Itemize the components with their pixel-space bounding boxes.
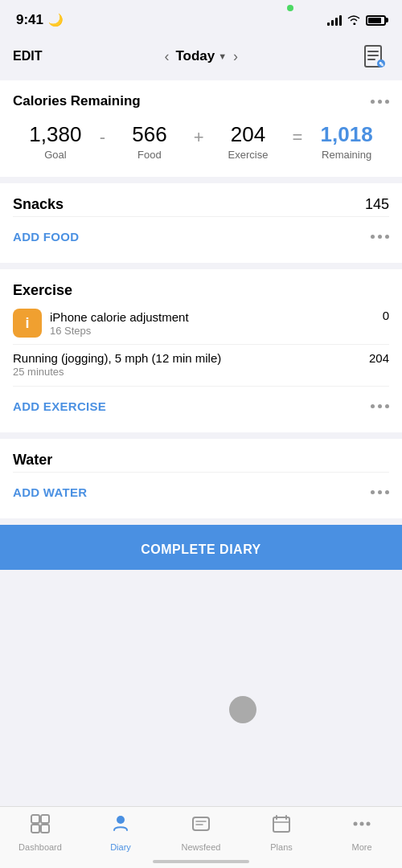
today-button[interactable]: Today ▼ bbox=[175, 48, 227, 64]
svg-rect-8 bbox=[31, 825, 39, 833]
nav-diary[interactable]: Diary bbox=[80, 813, 161, 852]
status-icons bbox=[327, 14, 386, 27]
snacks-more-button[interactable] bbox=[371, 235, 389, 239]
exercise-item-2-left: Running (jogging), 5 mph (12 min mile) 2… bbox=[13, 351, 369, 378]
dropdown-arrow-icon: ▼ bbox=[218, 51, 227, 61]
calories-card: Calories Remaining 1,380 Goal - 566 Food… bbox=[0, 80, 402, 177]
green-dot bbox=[287, 5, 293, 11]
plus-operator: + bbox=[194, 122, 204, 148]
remaining-number: 1,018 bbox=[321, 122, 373, 147]
calories-more-button[interactable] bbox=[371, 100, 389, 104]
home-indicator bbox=[153, 860, 249, 863]
signal-bar-1 bbox=[327, 23, 330, 26]
svg-rect-6 bbox=[31, 815, 39, 823]
goal-number: 1,380 bbox=[29, 122, 81, 147]
water-footer: ADD WATER bbox=[13, 472, 389, 506]
exercise-cals-2: 204 bbox=[369, 351, 389, 365]
water-header: Water bbox=[13, 452, 389, 469]
dashboard-label: Dashboard bbox=[18, 842, 62, 852]
plans-label: Plans bbox=[270, 842, 293, 852]
status-bar: 9:41 🌙 bbox=[0, 0, 402, 35]
snacks-title: Snacks bbox=[13, 196, 64, 213]
snacks-dot-1 bbox=[371, 235, 375, 239]
water-title: Water bbox=[13, 452, 52, 469]
today-label: Today bbox=[175, 48, 215, 64]
equals-operator: = bbox=[292, 122, 302, 148]
signal-bar-2 bbox=[331, 20, 334, 26]
exercise-footer: ADD EXERCISE bbox=[13, 386, 389, 420]
add-water-button[interactable]: ADD WATER bbox=[13, 479, 87, 506]
exercise-cal-label: Exercise bbox=[228, 149, 269, 161]
goal-item: 1,380 Goal bbox=[13, 122, 98, 161]
food-item: 566 Food bbox=[107, 122, 192, 161]
next-day-button[interactable]: › bbox=[233, 48, 238, 65]
dot-3 bbox=[385, 100, 389, 104]
food-label: Food bbox=[137, 149, 162, 161]
add-food-button[interactable]: ADD FOOD bbox=[13, 223, 79, 250]
battery-fill bbox=[368, 18, 381, 23]
edit-button[interactable]: EDIT bbox=[13, 49, 42, 63]
snacks-header: Snacks 145 bbox=[13, 196, 389, 213]
snacks-section: Snacks 145 ADD FOOD bbox=[0, 183, 402, 263]
plans-icon bbox=[271, 813, 292, 839]
w-dot-1 bbox=[371, 490, 375, 494]
nav-date-area: ‹ Today ▼ › bbox=[164, 48, 238, 65]
exercise-text-block-2: Running (jogging), 5 mph (12 min mile) 2… bbox=[13, 351, 221, 378]
exercise-icon-box-1: i bbox=[13, 309, 42, 338]
exercise-item-1: i iPhone calorie adjustment 16 Steps 0 bbox=[13, 302, 389, 344]
exercise-name-1: iPhone calorie adjustment bbox=[50, 310, 189, 324]
snacks-dot-2 bbox=[378, 235, 382, 239]
diary-nav-label: Diary bbox=[110, 842, 131, 852]
complete-diary-button[interactable]: COMPLETE DIARY bbox=[0, 525, 402, 570]
snacks-footer: ADD FOOD bbox=[13, 216, 389, 250]
exercise-title: Exercise bbox=[13, 282, 72, 299]
exercise-more-button[interactable] bbox=[371, 404, 389, 408]
battery-icon bbox=[366, 15, 386, 26]
nav-newsfeed[interactable]: Newsfeed bbox=[161, 813, 241, 852]
exercise-cal-item: 204 Exercise bbox=[206, 122, 291, 161]
dot-1 bbox=[371, 100, 375, 104]
more-label: More bbox=[351, 842, 371, 852]
top-nav: EDIT ‹ Today ▼ › ✎ bbox=[0, 35, 402, 80]
prev-day-button[interactable]: ‹ bbox=[164, 48, 169, 65]
exercise-icon-letter-1: i bbox=[25, 315, 29, 332]
newsfeed-label: Newsfeed bbox=[182, 842, 221, 852]
goal-label: Goal bbox=[44, 149, 66, 161]
exercise-item-2: Running (jogging), 5 mph (12 min mile) 2… bbox=[13, 345, 389, 384]
nav-dashboard[interactable]: Dashboard bbox=[0, 813, 80, 852]
add-exercise-button[interactable]: ADD EXERCISE bbox=[13, 393, 106, 420]
calories-row: 1,380 Goal - 566 Food + 204 Exercise = 1… bbox=[13, 122, 389, 161]
exercise-header: Exercise bbox=[13, 282, 389, 299]
signal-bars bbox=[327, 14, 342, 26]
exercise-section: Exercise i iPhone calorie adjustment 16 … bbox=[0, 269, 402, 432]
exercise-name-2: Running (jogging), 5 mph (12 min mile) bbox=[13, 351, 221, 365]
svg-text:✎: ✎ bbox=[379, 61, 384, 68]
signal-bar-3 bbox=[335, 18, 338, 26]
status-time: 9:41 bbox=[16, 12, 43, 28]
svg-point-18 bbox=[367, 822, 371, 826]
svg-rect-9 bbox=[41, 825, 49, 833]
calories-title: Calories Remaining bbox=[13, 93, 141, 109]
water-more-button[interactable] bbox=[371, 490, 389, 494]
moon-icon: 🌙 bbox=[48, 13, 64, 27]
drag-handle[interactable] bbox=[229, 696, 256, 723]
remaining-label: Remaining bbox=[322, 149, 371, 161]
diary-icon-button[interactable]: ✎ bbox=[360, 42, 389, 71]
svg-point-17 bbox=[360, 822, 364, 826]
svg-point-16 bbox=[354, 822, 358, 826]
food-number: 566 bbox=[132, 122, 166, 147]
exercise-sub-1: 16 Steps bbox=[50, 325, 189, 337]
wifi-icon bbox=[347, 14, 361, 27]
ex-dot-3 bbox=[385, 404, 389, 408]
dot-2 bbox=[378, 100, 382, 104]
snacks-calories: 145 bbox=[365, 196, 389, 213]
dashboard-icon bbox=[30, 813, 51, 839]
exercise-sub-2: 25 minutes bbox=[13, 366, 221, 378]
nav-plans[interactable]: Plans bbox=[241, 813, 322, 852]
nav-more[interactable]: More bbox=[322, 813, 402, 852]
exercise-body: i iPhone calorie adjustment 16 Steps 0 R… bbox=[13, 302, 389, 384]
minus-operator: - bbox=[100, 122, 105, 148]
newsfeed-icon bbox=[191, 813, 211, 839]
remaining-item: 1,018 Remaining bbox=[304, 122, 389, 161]
exercise-item-1-left: i iPhone calorie adjustment 16 Steps bbox=[13, 309, 383, 338]
